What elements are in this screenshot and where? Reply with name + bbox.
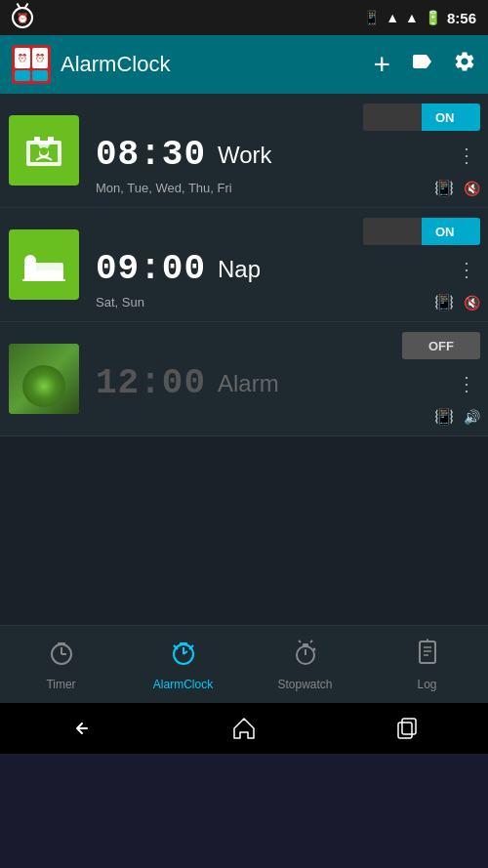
nav-label-timer: Timer <box>46 678 75 691</box>
alarm-top-row-2: ON <box>96 218 480 245</box>
alarm-body-1: ON 08:30 Work ⋮ Mon, Tue, Wed, Thu, Fri … <box>88 94 488 207</box>
nav-label-alarmclock: AlarmClock <box>153 678 213 691</box>
empty-area <box>0 436 488 625</box>
signal-icon: ▲ <box>405 10 419 25</box>
alarm-item-3[interactable]: OFF 12:00 Alarm ⋮ 📳 🔊 <box>0 322 488 436</box>
vibrate-icon-1: 📳 <box>434 179 454 197</box>
sound-off-icon-1: 🔇 <box>464 181 480 196</box>
status-time: 8:56 <box>447 10 476 26</box>
status-left: ⏰ <box>12 7 33 28</box>
status-right: 📱 ▲ ▲ 🔋 8:56 <box>363 10 476 26</box>
vibrate-icon-2: 📳 <box>434 293 454 311</box>
alarm-top-row-1: ON <box>96 103 480 131</box>
alarm-icons-3: 📳 🔊 <box>434 407 480 426</box>
settings-button[interactable] <box>453 50 476 79</box>
nav-label-log: Log <box>417 678 436 691</box>
alarm-time-2: 09:00 <box>96 249 206 289</box>
svg-rect-3 <box>34 137 40 142</box>
logo-cell-3 <box>15 70 30 82</box>
svg-rect-4 <box>48 137 54 142</box>
phone-icon: 📱 <box>363 10 380 25</box>
back-button[interactable] <box>52 711 110 746</box>
nav-label-stopwatch: Stopwatch <box>277 678 332 691</box>
alarm-status-icon: ⏰ <box>12 7 33 28</box>
svg-rect-26 <box>420 641 435 663</box>
toggle-off-label-1[interactable] <box>363 103 422 131</box>
app-title: AlarmClock <box>61 52 363 77</box>
svg-line-23 <box>299 641 301 642</box>
nav-item-alarmclock[interactable]: AlarmClock <box>122 630 244 699</box>
nav-item-stopwatch[interactable]: Stopwatch <box>244 630 366 699</box>
svg-point-9 <box>24 255 36 267</box>
toggle-on-label-2[interactable]: ON <box>422 218 480 245</box>
alarm-more-1[interactable]: ⋮ <box>453 140 480 171</box>
bottom-nav: Timer AlarmClock Stopw <box>0 625 488 703</box>
alarm-icons-2: 📳 🔇 <box>434 293 480 311</box>
svg-rect-13 <box>58 642 65 645</box>
alarm-name-2: Nap <box>218 256 441 283</box>
alarm-bottom-row-3: 📳 🔊 <box>96 407 480 426</box>
alarm-bottom-row-1: Mon, Tue, Wed, Thu, Fri 📳 🔇 <box>96 179 480 197</box>
nav-item-log[interactable]: Log <box>366 630 488 699</box>
sound-icon-3: 🔊 <box>464 409 480 425</box>
alarm-thumb-2 <box>0 208 88 321</box>
alarm-mid-row-2: 09:00 Nap ⋮ <box>96 249 480 289</box>
alarm-body-3: OFF 12:00 Alarm ⋮ 📳 🔊 <box>88 322 488 435</box>
alarm-name-1: Work <box>218 142 441 169</box>
toggle-off-label-2[interactable] <box>363 218 422 245</box>
work-icon <box>9 115 79 186</box>
app-header: ⏰ ⏰ AlarmClock + <box>0 35 488 94</box>
stopwatch-icon <box>291 638 320 674</box>
logo-cell-2: ⏰ <box>32 48 48 68</box>
status-bar: ⏰ 📱 ▲ ▲ 🔋 8:56 <box>0 0 488 35</box>
alarm-time-3: 12:00 <box>96 363 206 403</box>
svg-rect-22 <box>303 643 308 646</box>
alarmclock-icon <box>169 638 198 674</box>
wifi-icon: ▲ <box>386 10 399 25</box>
toggle-2[interactable]: ON <box>363 218 480 245</box>
alarm-more-2[interactable]: ⋮ <box>453 254 480 285</box>
svg-line-24 <box>310 641 312 642</box>
alarm-image-3 <box>9 344 79 414</box>
battery-icon: 🔋 <box>425 10 441 25</box>
home-button[interactable] <box>215 711 273 746</box>
toggle-on-label-1[interactable]: ON <box>422 103 480 131</box>
alarm-mid-row-1: 08:30 Work ⋮ <box>96 135 480 175</box>
toggle-1[interactable]: ON <box>363 103 480 131</box>
alarm-mid-row-3: 12:00 Alarm ⋮ <box>96 363 480 403</box>
svg-point-25 <box>312 648 315 651</box>
vibrate-icon-3: 📳 <box>434 407 454 426</box>
alarm-days-1: Mon, Tue, Wed, Thu, Fri <box>96 181 232 195</box>
alarm-days-2: Sat, Sun <box>96 295 144 310</box>
alarm-more-3[interactable]: ⋮ <box>453 368 480 399</box>
tag-button[interactable] <box>410 50 433 79</box>
alarm-top-row-3: OFF <box>96 332 480 359</box>
app-logo: ⏰ ⏰ <box>12 45 51 84</box>
nap-icon <box>9 229 79 300</box>
logo-cell-4 <box>32 70 48 82</box>
recent-button[interactable] <box>378 711 436 746</box>
svg-rect-32 <box>402 719 416 734</box>
nav-item-timer[interactable]: Timer <box>0 630 122 699</box>
header-icons: + <box>373 48 476 81</box>
svg-rect-19 <box>180 642 187 645</box>
sound-off-icon-2: 🔇 <box>464 295 480 310</box>
alarm-thumb-3 <box>0 322 88 435</box>
log-icon <box>413 638 442 674</box>
add-button[interactable]: + <box>373 48 390 81</box>
svg-point-5 <box>40 147 48 155</box>
alarm-icons-1: 📳 🔇 <box>434 179 480 197</box>
alarm-body-2: ON 09:00 Nap ⋮ Sat, Sun 📳 🔇 <box>88 208 488 321</box>
alarm-list: ON 08:30 Work ⋮ Mon, Tue, Wed, Thu, Fri … <box>0 94 488 436</box>
toggle-3[interactable]: OFF <box>402 332 480 359</box>
svg-rect-31 <box>398 723 412 738</box>
alarm-bottom-row-2: Sat, Sun 📳 🔇 <box>96 293 480 311</box>
alarm-item-1[interactable]: ON 08:30 Work ⋮ Mon, Tue, Wed, Thu, Fri … <box>0 94 488 208</box>
alarm-thumb-1 <box>0 94 88 207</box>
alarm-time-1: 08:30 <box>96 135 206 175</box>
alarm-item-2[interactable]: ON 09:00 Nap ⋮ Sat, Sun 📳 🔇 <box>0 208 488 322</box>
nav-bar <box>0 703 488 754</box>
logo-cell-1: ⏰ <box>15 48 30 68</box>
timer-icon <box>47 638 76 674</box>
alarm-name-3: Alarm <box>218 370 441 397</box>
